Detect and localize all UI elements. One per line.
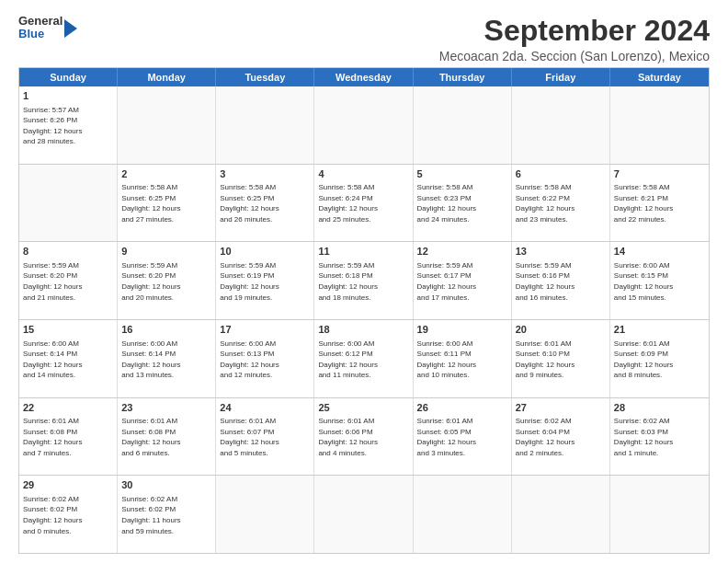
day-number: 14 xyxy=(614,245,705,259)
calendar: Sunday Monday Tuesday Wednesday Thursday… xyxy=(18,67,710,554)
cal-cell xyxy=(610,476,709,553)
cal-cell xyxy=(19,165,118,242)
logo-arrow-icon xyxy=(64,19,77,38)
cal-cell xyxy=(216,476,314,553)
day-info: Sunrise: 5:57 AMSunset: 6:26 PMDaylight:… xyxy=(23,105,113,147)
cal-cell: 3Sunrise: 5:58 AMSunset: 6:25 PMDaylight… xyxy=(216,165,314,242)
cal-cell: 17Sunrise: 6:00 AMSunset: 6:13 PMDayligh… xyxy=(216,320,314,397)
cal-cell xyxy=(216,86,314,164)
day-number: 3 xyxy=(220,167,310,181)
day-info: Sunrise: 5:59 AMSunset: 6:16 PMDaylight:… xyxy=(516,260,606,303)
cal-cell xyxy=(512,86,610,164)
cal-cell: 8Sunrise: 5:59 AMSunset: 6:20 PMDaylight… xyxy=(19,242,118,319)
day-info: Sunrise: 6:01 AMSunset: 6:09 PMDaylight:… xyxy=(614,339,705,381)
day-number: 28 xyxy=(614,401,705,415)
day-info: Sunrise: 6:01 AMSunset: 6:06 PMDaylight:… xyxy=(318,416,408,458)
day-number: 7 xyxy=(614,167,705,181)
day-number: 29 xyxy=(23,478,113,492)
day-number: 12 xyxy=(417,245,507,259)
day-info: Sunrise: 5:59 AMSunset: 6:20 PMDaylight:… xyxy=(23,260,113,303)
day-info: Sunrise: 6:01 AMSunset: 6:10 PMDaylight:… xyxy=(516,339,606,381)
day-number: 10 xyxy=(220,245,310,259)
day-number: 8 xyxy=(23,245,113,259)
day-number: 18 xyxy=(318,323,408,337)
cal-cell: 28Sunrise: 6:02 AMSunset: 6:03 PMDayligh… xyxy=(610,398,709,476)
day-number: 21 xyxy=(614,323,705,337)
cal-cell: 2Sunrise: 5:58 AMSunset: 6:25 PMDaylight… xyxy=(118,165,216,242)
calendar-row-0: 1Sunrise: 5:57 AMSunset: 6:26 PMDaylight… xyxy=(19,86,709,164)
calendar-body: 1Sunrise: 5:57 AMSunset: 6:26 PMDaylight… xyxy=(19,86,709,553)
cal-cell: 14Sunrise: 6:00 AMSunset: 6:15 PMDayligh… xyxy=(610,242,709,319)
cal-cell xyxy=(314,476,413,553)
day-number: 17 xyxy=(220,323,310,337)
logo-general: General xyxy=(18,15,63,28)
day-info: Sunrise: 5:58 AMSunset: 6:21 PMDaylight:… xyxy=(614,182,705,224)
calendar-header: Sunday Monday Tuesday Wednesday Thursday… xyxy=(19,68,709,86)
day-info: Sunrise: 6:02 AMSunset: 6:04 PMDaylight:… xyxy=(516,416,606,458)
cal-cell: 4Sunrise: 5:58 AMSunset: 6:24 PMDaylight… xyxy=(314,165,413,242)
title-block: September 2024 Mecoacan 2da. Seccion (Sa… xyxy=(96,15,710,63)
cal-cell: 23Sunrise: 6:01 AMSunset: 6:08 PMDayligh… xyxy=(118,398,216,476)
header-saturday: Saturday xyxy=(610,68,709,86)
cal-cell: 11Sunrise: 5:59 AMSunset: 6:18 PMDayligh… xyxy=(314,242,413,319)
day-info: Sunrise: 5:58 AMSunset: 6:25 PMDaylight:… xyxy=(220,182,310,224)
day-number: 15 xyxy=(23,323,113,337)
day-number: 9 xyxy=(121,245,211,259)
day-info: Sunrise: 6:02 AMSunset: 6:02 PMDaylight:… xyxy=(23,494,113,536)
day-number: 4 xyxy=(318,167,408,181)
day-info: Sunrise: 6:00 AMSunset: 6:12 PMDaylight:… xyxy=(318,339,408,381)
header-tuesday: Tuesday xyxy=(216,68,314,86)
page-subtitle: Mecoacan 2da. Seccion (San Lorenzo), Mex… xyxy=(96,49,710,63)
cal-cell xyxy=(314,86,413,164)
day-info: Sunrise: 6:01 AMSunset: 6:08 PMDaylight:… xyxy=(121,416,211,458)
day-info: Sunrise: 6:00 AMSunset: 6:13 PMDaylight:… xyxy=(220,339,310,381)
cal-cell: 30Sunrise: 6:02 AMSunset: 6:02 PMDayligh… xyxy=(118,476,216,553)
cal-cell: 13Sunrise: 5:59 AMSunset: 6:16 PMDayligh… xyxy=(512,242,610,319)
header-friday: Friday xyxy=(512,68,610,86)
header-sunday: Sunday xyxy=(19,68,118,86)
cal-cell: 21Sunrise: 6:01 AMSunset: 6:09 PMDayligh… xyxy=(610,320,709,397)
day-info: Sunrise: 6:02 AMSunset: 6:03 PMDaylight:… xyxy=(614,416,705,458)
cal-cell: 22Sunrise: 6:01 AMSunset: 6:08 PMDayligh… xyxy=(19,398,118,476)
day-info: Sunrise: 6:00 AMSunset: 6:14 PMDaylight:… xyxy=(23,339,113,381)
logo-blue: Blue xyxy=(18,28,63,40)
cal-cell: 24Sunrise: 6:01 AMSunset: 6:07 PMDayligh… xyxy=(216,398,314,476)
cal-cell: 20Sunrise: 6:01 AMSunset: 6:10 PMDayligh… xyxy=(512,320,610,397)
page-title: September 2024 xyxy=(96,15,710,47)
cal-cell: 29Sunrise: 6:02 AMSunset: 6:02 PMDayligh… xyxy=(19,476,118,553)
header: General Blue September 2024 Mecoacan 2da… xyxy=(18,15,710,63)
day-info: Sunrise: 6:02 AMSunset: 6:02 PMDaylight:… xyxy=(121,494,211,536)
day-number: 22 xyxy=(23,401,113,415)
day-info: Sunrise: 6:00 AMSunset: 6:15 PMDaylight:… xyxy=(614,260,705,303)
cal-cell: 9Sunrise: 5:59 AMSunset: 6:20 PMDaylight… xyxy=(118,242,216,319)
day-number: 11 xyxy=(318,245,408,259)
calendar-row-4: 22Sunrise: 6:01 AMSunset: 6:08 PMDayligh… xyxy=(19,397,709,476)
day-number: 24 xyxy=(220,401,310,415)
day-number: 26 xyxy=(417,401,507,415)
calendar-row-1: 2Sunrise: 5:58 AMSunset: 6:25 PMDaylight… xyxy=(19,164,709,242)
day-info: Sunrise: 6:01 AMSunset: 6:07 PMDaylight:… xyxy=(220,416,310,458)
day-number: 30 xyxy=(121,478,211,492)
header-wednesday: Wednesday xyxy=(314,68,413,86)
day-info: Sunrise: 5:59 AMSunset: 6:17 PMDaylight:… xyxy=(417,260,507,303)
cal-cell xyxy=(610,86,709,164)
calendar-row-5: 29Sunrise: 6:02 AMSunset: 6:02 PMDayligh… xyxy=(19,475,709,553)
cal-cell: 26Sunrise: 6:01 AMSunset: 6:05 PMDayligh… xyxy=(414,398,512,476)
cal-cell: 19Sunrise: 6:00 AMSunset: 6:11 PMDayligh… xyxy=(414,320,512,397)
cal-cell: 15Sunrise: 6:00 AMSunset: 6:14 PMDayligh… xyxy=(19,320,118,397)
cal-cell: 6Sunrise: 5:58 AMSunset: 6:22 PMDaylight… xyxy=(512,165,610,242)
day-number: 13 xyxy=(516,245,606,259)
cal-cell: 16Sunrise: 6:00 AMSunset: 6:14 PMDayligh… xyxy=(118,320,216,397)
day-info: Sunrise: 5:59 AMSunset: 6:18 PMDaylight:… xyxy=(318,260,408,303)
cal-cell: 10Sunrise: 5:59 AMSunset: 6:19 PMDayligh… xyxy=(216,242,314,319)
cal-cell xyxy=(414,476,512,553)
day-info: Sunrise: 5:58 AMSunset: 6:23 PMDaylight:… xyxy=(417,182,507,224)
day-info: Sunrise: 6:01 AMSunset: 6:05 PMDaylight:… xyxy=(417,416,507,458)
day-number: 27 xyxy=(516,401,606,415)
day-info: Sunrise: 6:01 AMSunset: 6:08 PMDaylight:… xyxy=(23,416,113,458)
logo: General Blue xyxy=(18,15,77,41)
day-number: 1 xyxy=(23,89,113,103)
cal-cell xyxy=(118,86,216,164)
day-info: Sunrise: 6:00 AMSunset: 6:14 PMDaylight:… xyxy=(121,339,211,381)
day-info: Sunrise: 5:58 AMSunset: 6:22 PMDaylight:… xyxy=(516,182,606,224)
